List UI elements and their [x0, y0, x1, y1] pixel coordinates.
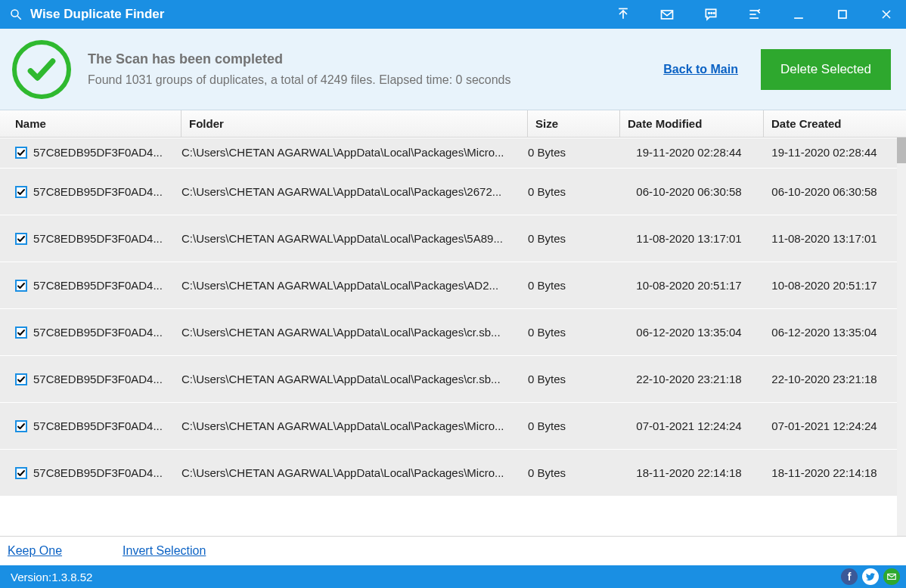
file-created: 07-01-2021 12:24:24 [764, 419, 891, 432]
tree-connector [0, 356, 15, 402]
app-title: Wise Duplicate Finder [30, 7, 616, 22]
file-created: 06-12-2020 13:35:04 [764, 326, 891, 339]
file-name: 57C8EDB95DF3F0AD4... [33, 146, 163, 159]
file-created: 19-11-2020 02:28:44 [764, 138, 891, 159]
file-modified: 18-11-2020 22:14:18 [620, 466, 764, 479]
tree-connector [0, 169, 15, 215]
svg-point-3 [709, 13, 710, 14]
row-checkbox[interactable] [15, 467, 27, 479]
upgrade-icon[interactable] [616, 7, 631, 22]
invert-selection-link[interactable]: Invert Selection [123, 544, 206, 558]
selection-links-bar: Keep One Invert Selection [0, 537, 906, 565]
file-created: 18-11-2020 22:14:18 [764, 466, 891, 479]
file-folder: C:\Users\CHETAN AGARWAL\AppData\Local\Pa… [182, 185, 528, 198]
row-checkbox[interactable] [15, 233, 27, 245]
svg-line-1 [17, 16, 21, 20]
table-body: 57C8EDB95DF3F0AD4...C:\Users\CHETAN AGAR… [0, 138, 906, 537]
col-header-modified[interactable]: Date Modified [620, 110, 764, 137]
maximize-icon[interactable] [835, 7, 850, 22]
file-name: 57C8EDB95DF3F0AD4... [33, 279, 163, 292]
svg-point-0 [11, 10, 18, 17]
tree-connector [0, 138, 15, 168]
table-row[interactable]: 57C8EDB95DF3F0AD4...C:\Users\CHETAN AGAR… [0, 168, 897, 215]
email-icon[interactable] [883, 568, 900, 585]
col-header-created[interactable]: Date Created [764, 110, 897, 137]
file-folder: C:\Users\CHETAN AGARWAL\AppData\Local\Pa… [182, 373, 528, 385]
table-row[interactable]: 57C8EDB95DF3F0AD4...C:\Users\CHETAN AGAR… [0, 138, 897, 168]
table-header: Name Folder Size Date Modified Date Crea… [0, 110, 906, 138]
tree-connector [0, 309, 15, 355]
table-row[interactable]: 57C8EDB95DF3F0AD4...C:\Users\CHETAN AGAR… [0, 215, 897, 262]
file-size: 0 Bytes [528, 419, 620, 432]
svg-rect-10 [839, 11, 846, 18]
scrollbar-thumb[interactable] [897, 138, 906, 163]
close-icon[interactable] [879, 7, 894, 22]
table-row[interactable]: 57C8EDB95DF3F0AD4...C:\Users\CHETAN AGAR… [0, 402, 897, 449]
file-size: 0 Bytes [528, 279, 620, 292]
file-size: 0 Bytes [528, 185, 620, 198]
file-modified: 06-12-2020 13:35:04 [620, 326, 764, 339]
file-modified: 22-10-2020 23:21:18 [620, 373, 764, 385]
file-created: 22-10-2020 23:21:18 [764, 373, 891, 385]
file-folder: C:\Users\CHETAN AGARWAL\AppData\Local\Pa… [182, 466, 528, 479]
vertical-scrollbar[interactable] [897, 138, 906, 536]
file-created: 10-08-2020 20:51:17 [764, 279, 891, 292]
tree-connector [0, 262, 15, 308]
file-size: 0 Bytes [528, 138, 620, 159]
row-checkbox[interactable] [15, 373, 27, 385]
col-header-name[interactable]: Name [0, 110, 182, 137]
table-row[interactable]: 57C8EDB95DF3F0AD4...C:\Users\CHETAN AGAR… [0, 355, 897, 402]
row-checkbox[interactable] [15, 280, 27, 292]
success-check-icon [12, 40, 71, 99]
file-size: 0 Bytes [528, 373, 620, 385]
file-name: 57C8EDB95DF3F0AD4... [33, 373, 163, 385]
file-folder: C:\Users\CHETAN AGARWAL\AppData\Local\Pa… [182, 419, 528, 432]
file-name: 57C8EDB95DF3F0AD4... [33, 185, 163, 198]
file-size: 0 Bytes [528, 466, 620, 479]
tree-connector [0, 215, 15, 262]
table-row[interactable]: 57C8EDB95DF3F0AD4...C:\Users\CHETAN AGAR… [0, 449, 897, 496]
file-name: 57C8EDB95DF3F0AD4... [33, 419, 163, 432]
feedback-icon[interactable] [703, 7, 718, 22]
svg-point-5 [713, 13, 715, 14]
app-logo-icon [9, 8, 23, 21]
file-modified: 07-01-2021 12:24:24 [620, 419, 764, 432]
col-header-size[interactable]: Size [528, 110, 620, 137]
twitter-icon[interactable] [862, 568, 879, 585]
status-bar: Version:1.3.8.52 f [0, 565, 906, 588]
row-checkbox[interactable] [15, 186, 27, 198]
file-modified: 10-08-2020 20:51:17 [620, 279, 764, 292]
table-row[interactable]: 57C8EDB95DF3F0AD4...C:\Users\CHETAN AGAR… [0, 262, 897, 308]
menu-icon[interactable] [747, 7, 762, 22]
keep-one-link[interactable]: Keep One [8, 544, 62, 558]
tree-connector [0, 450, 15, 496]
row-checkbox[interactable] [15, 147, 27, 159]
row-checkbox[interactable] [15, 326, 27, 339]
delete-selected-button[interactable]: Delete Selected [761, 49, 891, 90]
file-size: 0 Bytes [528, 326, 620, 339]
minimize-icon[interactable] [791, 7, 806, 22]
tree-connector [0, 403, 15, 449]
file-modified: 11-08-2020 13:17:01 [620, 232, 764, 245]
file-name: 57C8EDB95DF3F0AD4... [33, 466, 163, 479]
mail-icon[interactable] [659, 7, 675, 22]
svg-point-4 [711, 13, 712, 14]
table-row[interactable]: 57C8EDB95DF3F0AD4...C:\Users\CHETAN AGAR… [0, 308, 897, 355]
file-size: 0 Bytes [528, 232, 620, 245]
file-folder: C:\Users\CHETAN AGARWAL\AppData\Local\Pa… [182, 326, 528, 339]
file-name: 57C8EDB95DF3F0AD4... [33, 232, 163, 245]
scan-complete-banner: The Scan has been completed Found 1031 g… [0, 29, 906, 110]
file-folder: C:\Users\CHETAN AGARWAL\AppData\Local\Pa… [182, 232, 528, 245]
back-to-main-link[interactable]: Back to Main [663, 63, 738, 76]
file-modified: 19-11-2020 02:28:44 [620, 138, 764, 159]
file-name: 57C8EDB95DF3F0AD4... [33, 326, 163, 339]
facebook-icon[interactable]: f [841, 568, 858, 585]
file-folder: C:\Users\CHETAN AGARWAL\AppData\Local\Pa… [182, 279, 528, 292]
banner-subtext: Found 1031 groups of duplicates, a total… [88, 73, 663, 87]
banner-title: The Scan has been completed [88, 51, 663, 67]
col-header-folder[interactable]: Folder [182, 110, 528, 137]
version-label: Version:1.3.8.52 [11, 571, 92, 583]
file-modified: 06-10-2020 06:30:58 [620, 185, 764, 198]
row-checkbox[interactable] [15, 420, 27, 432]
titlebar: Wise Duplicate Finder [0, 0, 906, 29]
